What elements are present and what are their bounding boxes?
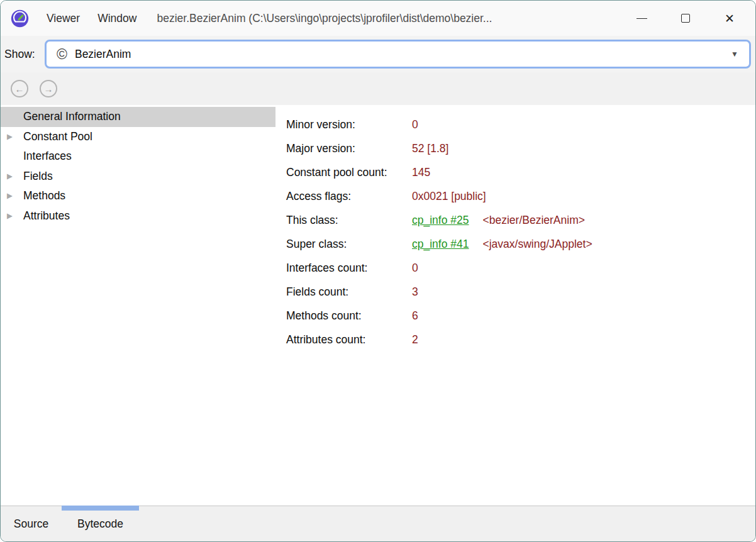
detail-label: Access flags:: [286, 190, 412, 203]
tree-item-label: Fields: [23, 170, 53, 183]
back-button[interactable]: ←: [11, 80, 28, 97]
selected-class-name: BezierAnim: [75, 48, 131, 61]
maximize-button[interactable]: [664, 1, 708, 36]
detail-value: 6: [412, 309, 418, 323]
detail-label: Interfaces count:: [286, 262, 412, 275]
detail-label: Super class:: [286, 238, 412, 251]
show-row: Show: © BezierAnim ▼: [1, 36, 755, 72]
detail-label: Methods count:: [286, 309, 412, 323]
detail-row-attributes-count: Attributes count: 2: [286, 328, 755, 351]
detail-row-super-class: Super class: cp_info #41 <javax/swing/JA…: [286, 232, 755, 256]
tab-label: Bytecode: [77, 517, 123, 531]
detail-row-interfaces-count: Interfaces count: 0: [286, 256, 755, 280]
nav-toolbar: ← →: [1, 72, 755, 105]
detail-value: 0: [412, 262, 418, 275]
menu-window[interactable]: Window: [96, 8, 138, 29]
show-label: Show:: [4, 48, 35, 61]
class-selector-combobox[interactable]: © BezierAnim ▼: [45, 40, 751, 69]
tab-label: Source: [14, 517, 48, 531]
detail-label: Fields count:: [286, 285, 412, 299]
detail-row-minor-version: Minor version: 0: [286, 113, 755, 136]
detail-row-constant-pool-count: Constant pool count: 145: [286, 160, 755, 184]
detail-label: Major version:: [286, 142, 412, 155]
detail-value: 3: [412, 285, 418, 299]
detail-row-this-class: This class: cp_info #25 <bezier/BezierAn…: [286, 208, 755, 232]
expand-arrow-icon[interactable]: ▶: [1, 133, 23, 141]
detail-label: Attributes count:: [286, 333, 412, 346]
expand-arrow-icon[interactable]: ▶: [1, 173, 23, 180]
bottom-tab-bar: Source Bytecode: [1, 506, 755, 541]
window-title: bezier.BezierAnim (C:\Users\ingo\project…: [157, 12, 492, 25]
close-icon: ✕: [725, 13, 735, 25]
close-button[interactable]: ✕: [708, 1, 752, 36]
viewer-window: Viewer Window bezier.BezierAnim (C:\User…: [0, 0, 756, 542]
general-information-panel: Minor version: 0 Major version: 52 [1.8]…: [275, 105, 755, 505]
detail-label: This class:: [286, 214, 412, 227]
tree-item-attributes[interactable]: ▶ Attributes: [1, 206, 275, 226]
minimize-icon: [636, 18, 647, 19]
jprofiler-app-icon: [11, 9, 29, 28]
maximize-icon: [681, 14, 690, 23]
cp-info-link[interactable]: cp_info #41: [412, 238, 469, 251]
back-arrow-icon: ←: [15, 84, 25, 94]
title-bar: Viewer Window bezier.BezierAnim (C:\User…: [1, 1, 755, 36]
detail-value: 0: [412, 118, 418, 131]
minimize-button[interactable]: [620, 1, 664, 36]
detail-row-methods-count: Methods count: 6: [286, 304, 755, 328]
main-content: General Information ▶ Constant Pool Inte…: [1, 105, 755, 505]
cp-info-link[interactable]: cp_info #25: [412, 214, 469, 227]
detail-row-access-flags: Access flags: 0x0021 [public]: [286, 184, 755, 208]
tree-item-methods[interactable]: ▶ Methods: [1, 186, 275, 206]
detail-row-major-version: Major version: 52 [1.8]: [286, 136, 755, 160]
tree-item-label: Interfaces: [23, 150, 72, 163]
class-icon: ©: [57, 47, 67, 62]
tab-source[interactable]: Source: [1, 506, 62, 541]
tree-item-interfaces[interactable]: Interfaces: [1, 147, 275, 167]
detail-label: Minor version:: [286, 118, 412, 131]
tree-item-label: Attributes: [23, 209, 70, 223]
detail-value: 52 [1.8]: [412, 142, 448, 155]
tree-item-fields[interactable]: ▶ Fields: [1, 167, 275, 187]
detail-value: <javax/swing/JApplet>: [483, 238, 592, 251]
expand-arrow-icon[interactable]: ▶: [1, 192, 23, 200]
tree-item-label: Constant Pool: [23, 130, 92, 143]
tree-item-general-information[interactable]: General Information: [1, 107, 275, 127]
tree-item-label: Methods: [23, 189, 65, 202]
forward-arrow-icon: →: [44, 84, 53, 94]
detail-value: <bezier/BezierAnim>: [483, 214, 585, 227]
detail-label: Constant pool count:: [286, 166, 412, 179]
detail-value: 2: [412, 333, 418, 346]
menu-viewer[interactable]: Viewer: [45, 8, 81, 29]
expand-arrow-icon[interactable]: ▶: [1, 213, 23, 220]
window-controls: ✕: [620, 1, 752, 36]
detail-value: 145: [412, 166, 430, 179]
detail-value: 0x0021 [public]: [412, 190, 486, 203]
tab-bytecode[interactable]: Bytecode: [62, 506, 139, 541]
chevron-down-icon: ▼: [731, 50, 738, 58]
class-structure-tree: General Information ▶ Constant Pool Inte…: [1, 105, 275, 505]
tree-item-constant-pool[interactable]: ▶ Constant Pool: [1, 127, 275, 147]
detail-row-fields-count: Fields count: 3: [286, 280, 755, 304]
forward-button[interactable]: →: [40, 80, 57, 97]
tree-item-label: General Information: [23, 110, 121, 123]
